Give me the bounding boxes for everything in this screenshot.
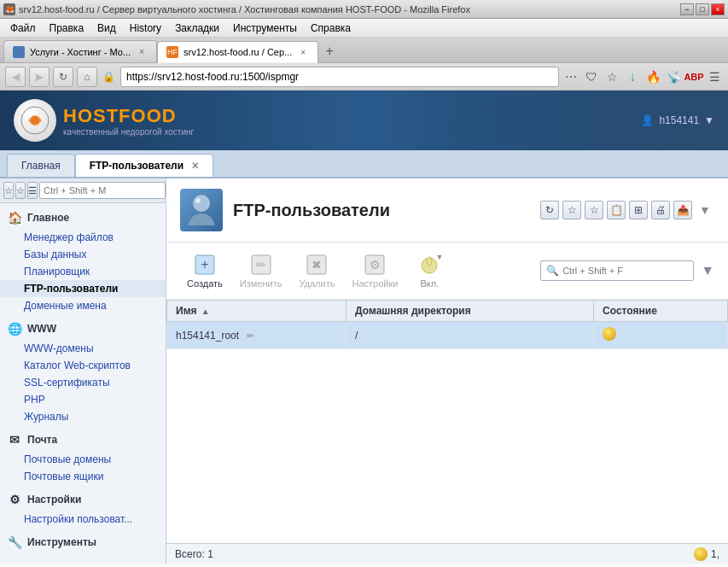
table-row[interactable]: h154141_root ✏ / bbox=[167, 322, 728, 349]
sidebar-section-mail[interactable]: ✉ Почта bbox=[0, 425, 166, 451]
page-tab-home[interactable]: Главная bbox=[7, 154, 75, 177]
delete-button[interactable]: ✖ Удалить bbox=[292, 249, 341, 292]
menu-tools[interactable]: Инструменты bbox=[226, 20, 304, 36]
logo-area: HOSTFOOD качественный недорогой хостинг bbox=[14, 99, 194, 142]
star2-action-btn[interactable]: ☆ bbox=[585, 201, 603, 219]
browser-tab-0[interactable]: Услуги - Хостинг - Мо... × bbox=[3, 40, 157, 62]
edit-inline-icon[interactable]: ✏ bbox=[247, 330, 254, 341]
sidebar-item-web-scripts[interactable]: Каталог Web-скриптов bbox=[0, 357, 166, 374]
page-header: FTP-пользователи ↻ ☆ ☆ 📋 ⊞ 🖨 📤 ▼ bbox=[166, 178, 728, 243]
page-tabs: Главная FTP-пользователи ✕ bbox=[0, 150, 728, 178]
enable-button[interactable]: ▼ Вкл. bbox=[408, 249, 451, 292]
sidebar-section-tools[interactable]: 🔧 Инструменты bbox=[0, 528, 166, 553]
cell-status bbox=[594, 322, 728, 349]
maximize-button[interactable]: □ bbox=[696, 3, 709, 15]
download-icon[interactable]: ↓ bbox=[624, 68, 641, 85]
sidebar-item-ssl[interactable]: SSL-сертификаты bbox=[0, 374, 166, 391]
sidebar-item-logs[interactable]: Журналы bbox=[0, 408, 166, 425]
col-name[interactable]: Имя ▲ bbox=[167, 301, 347, 322]
menubar: Файл Правка Вид History Закладки Инструм… bbox=[0, 19, 728, 38]
browser-tab-label-0: Услуги - Хостинг - Мо... bbox=[30, 47, 131, 57]
sidebar-item-scheduler[interactable]: Планировщик bbox=[0, 263, 166, 280]
user-area[interactable]: 👤 h154141 ▼ bbox=[641, 114, 714, 126]
addressbar: ◀ ▶ ↻ ⌂ 🔒 ⋯ 🛡 ☆ ↓ 🔥 📡 ABP ☰ bbox=[0, 63, 728, 91]
sidebar-item-mail-domains[interactable]: Почтовые домены bbox=[0, 451, 166, 468]
titlebar-controls[interactable]: − □ × bbox=[680, 3, 725, 15]
menu-help[interactable]: Справка bbox=[304, 20, 358, 36]
star1-action-btn[interactable]: ☆ bbox=[562, 201, 581, 219]
settings-icon: ⚙ bbox=[363, 253, 387, 277]
edit-button[interactable]: ✏ Изменить bbox=[233, 249, 289, 292]
minimize-button[interactable]: − bbox=[680, 3, 694, 15]
titlebar: 🦊 srv12.host-food.ru / Сервер виртуально… bbox=[0, 0, 728, 19]
table-action-btn[interactable]: ⊞ bbox=[629, 201, 648, 219]
svg-point-3 bbox=[195, 198, 201, 203]
print-action-btn[interactable]: 🖨 bbox=[651, 201, 670, 219]
addon-icon-1[interactable]: ⋯ bbox=[562, 68, 579, 85]
sidebar-search-input[interactable] bbox=[39, 182, 166, 199]
action-toolbar: + Создать ✏ Изменить ✖ bbox=[166, 243, 728, 300]
export-action-btn[interactable]: 📤 bbox=[673, 201, 692, 219]
sidebar-btn-star2[interactable]: ☆ bbox=[15, 182, 26, 199]
extension-icon-1[interactable]: 🔥 bbox=[644, 68, 661, 85]
extension-icon-2[interactable]: 📡 bbox=[665, 68, 682, 85]
sidebar-btn-menu[interactable]: ☰ bbox=[27, 182, 38, 199]
filter-icon[interactable]: ▼ bbox=[701, 263, 714, 278]
back-button[interactable]: ◀ bbox=[5, 67, 26, 87]
shield-icon[interactable]: 🛡 bbox=[583, 68, 600, 85]
menu-history[interactable]: History bbox=[123, 20, 168, 36]
page-header-icon bbox=[180, 189, 223, 231]
toolbar-icons: ⋯ 🛡 ☆ ↓ 🔥 📡 ABP ☰ bbox=[562, 68, 723, 85]
sidebar-section-label-mail: Почта bbox=[27, 434, 57, 446]
forward-button[interactable]: ▶ bbox=[29, 67, 50, 87]
sidebar-item-www-domains[interactable]: WWW-домены bbox=[0, 340, 166, 357]
cell-name: h154141_root ✏ bbox=[167, 322, 347, 349]
username: h154141 bbox=[659, 114, 699, 126]
sidebar-toolbar: ☆ ☆ ☰ + − ↔ bbox=[0, 178, 166, 203]
refresh-action-btn[interactable]: ↻ bbox=[540, 201, 559, 219]
sidebar-item-domains[interactable]: Доменные имена bbox=[0, 297, 166, 314]
search-input[interactable] bbox=[562, 266, 665, 276]
svg-point-1 bbox=[31, 116, 39, 125]
home-button[interactable]: ⌂ bbox=[77, 67, 97, 87]
sidebar-btn-star1[interactable]: ☆ bbox=[3, 182, 14, 199]
delete-label: Удалить bbox=[299, 278, 335, 289]
col-status[interactable]: Состояние bbox=[594, 301, 728, 322]
page-tab-ftp[interactable]: FTP-пользователи ✕ bbox=[75, 154, 214, 177]
settings-button[interactable]: ⚙ Настройки bbox=[345, 249, 405, 292]
tab-close-1[interactable]: × bbox=[297, 46, 309, 58]
sidebar-section-www[interactable]: 🌐 WWW bbox=[0, 314, 166, 340]
total-label: Всего: 1 bbox=[175, 548, 213, 560]
sidebar-section-settings[interactable]: ⚙ Настройки bbox=[0, 485, 166, 511]
user-dropdown-arrow: ▼ bbox=[704, 114, 714, 126]
bookmark-star-icon[interactable]: ☆ bbox=[603, 68, 620, 85]
clipboard-action-btn[interactable]: 📋 bbox=[607, 201, 626, 219]
cell-home-dir: / bbox=[347, 322, 594, 349]
tab-close-0[interactable]: × bbox=[136, 46, 148, 58]
sidebar-section-icon-www: 🌐 bbox=[7, 321, 22, 336]
menu-file[interactable]: Файл bbox=[3, 20, 43, 36]
extension-icon-3[interactable]: ABP bbox=[685, 68, 702, 85]
browser-tab-1[interactable]: HF srv12.host-food.ru / Сер... × bbox=[157, 41, 318, 63]
menu-edit[interactable]: Правка bbox=[43, 20, 91, 36]
footer-status-lamp bbox=[694, 547, 708, 561]
filter-button[interactable]: ▼ bbox=[696, 201, 714, 219]
logo-slogan: качественный недорогой хостинг bbox=[63, 127, 194, 137]
reload-button[interactable]: ↻ bbox=[53, 67, 73, 87]
address-input[interactable] bbox=[120, 67, 559, 87]
new-tab-button[interactable]: + bbox=[318, 40, 341, 62]
sidebar-item-filemanager[interactable]: Менеджер файлов bbox=[0, 229, 166, 246]
sidebar-section-main[interactable]: 🏠 Главное bbox=[0, 203, 166, 229]
sidebar-item-mailboxes[interactable]: Почтовые ящики bbox=[0, 468, 166, 485]
sidebar-item-ftp[interactable]: FTP-пользователи bbox=[0, 280, 166, 297]
page-tab-close-ftp[interactable]: ✕ bbox=[191, 161, 199, 171]
create-button[interactable]: + Создать bbox=[180, 249, 230, 292]
sidebar-item-user-settings[interactable]: Настройки пользоват... bbox=[0, 511, 166, 528]
menu-button[interactable]: ☰ bbox=[706, 68, 723, 85]
close-button[interactable]: × bbox=[711, 3, 725, 15]
menu-view[interactable]: Вид bbox=[90, 20, 123, 36]
col-home-dir[interactable]: Домашняя директория bbox=[347, 301, 594, 322]
sidebar-item-php[interactable]: PHP bbox=[0, 391, 166, 408]
menu-bookmarks[interactable]: Закладки bbox=[168, 20, 226, 36]
sidebar-item-databases[interactable]: Базы данных bbox=[0, 246, 166, 263]
